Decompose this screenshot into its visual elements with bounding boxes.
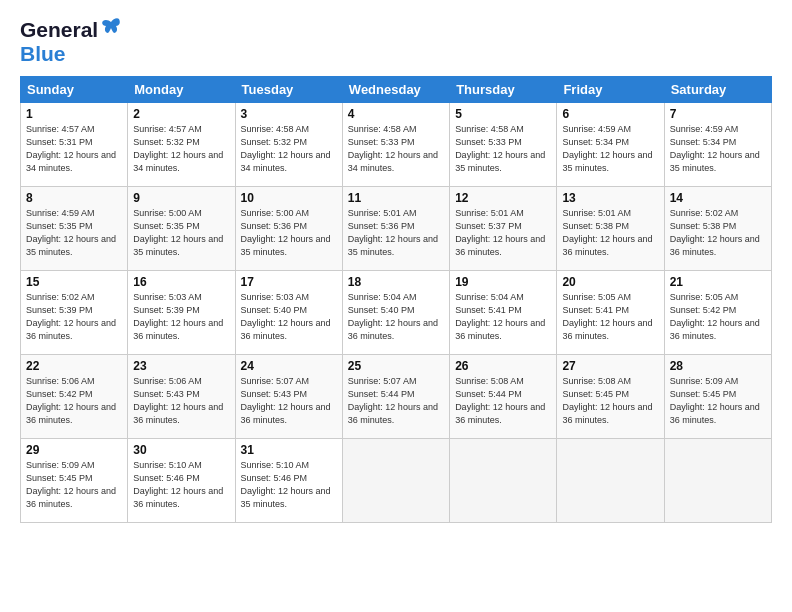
calendar-cell: 19Sunrise: 5:04 AMSunset: 5:41 PMDayligh… — [450, 271, 557, 355]
calendar-cell: 10Sunrise: 5:00 AMSunset: 5:36 PMDayligh… — [235, 187, 342, 271]
day-info: Sunrise: 5:02 AMSunset: 5:39 PMDaylight:… — [26, 291, 122, 343]
calendar-cell: 9Sunrise: 5:00 AMSunset: 5:35 PMDaylight… — [128, 187, 235, 271]
day-info: Sunrise: 5:10 AMSunset: 5:46 PMDaylight:… — [133, 459, 229, 511]
logo-first-line: General — [20, 18, 121, 42]
day-number: 22 — [26, 359, 122, 373]
day-number: 1 — [26, 107, 122, 121]
calendar-cell: 3Sunrise: 4:58 AMSunset: 5:32 PMDaylight… — [235, 103, 342, 187]
col-header-wednesday: Wednesday — [342, 77, 449, 103]
col-header-tuesday: Tuesday — [235, 77, 342, 103]
calendar-row-3: 15Sunrise: 5:02 AMSunset: 5:39 PMDayligh… — [21, 271, 772, 355]
calendar-cell — [450, 439, 557, 523]
day-number: 16 — [133, 275, 229, 289]
calendar-cell: 8Sunrise: 4:59 AMSunset: 5:35 PMDaylight… — [21, 187, 128, 271]
day-number: 28 — [670, 359, 766, 373]
calendar-cell: 14Sunrise: 5:02 AMSunset: 5:38 PMDayligh… — [664, 187, 771, 271]
day-info: Sunrise: 5:01 AMSunset: 5:37 PMDaylight:… — [455, 207, 551, 259]
calendar-cell: 22Sunrise: 5:06 AMSunset: 5:42 PMDayligh… — [21, 355, 128, 439]
logo: General Blue — [20, 18, 121, 66]
day-number: 9 — [133, 191, 229, 205]
day-info: Sunrise: 5:04 AMSunset: 5:40 PMDaylight:… — [348, 291, 444, 343]
calendar-cell — [342, 439, 449, 523]
day-info: Sunrise: 5:01 AMSunset: 5:38 PMDaylight:… — [562, 207, 658, 259]
calendar-cell: 27Sunrise: 5:08 AMSunset: 5:45 PMDayligh… — [557, 355, 664, 439]
day-number: 7 — [670, 107, 766, 121]
day-number: 25 — [348, 359, 444, 373]
day-info: Sunrise: 4:58 AMSunset: 5:33 PMDaylight:… — [348, 123, 444, 175]
day-info: Sunrise: 5:03 AMSunset: 5:39 PMDaylight:… — [133, 291, 229, 343]
calendar-cell: 29Sunrise: 5:09 AMSunset: 5:45 PMDayligh… — [21, 439, 128, 523]
day-info: Sunrise: 5:09 AMSunset: 5:45 PMDaylight:… — [26, 459, 122, 511]
logo-bird-icon — [101, 17, 121, 35]
day-number: 29 — [26, 443, 122, 457]
day-info: Sunrise: 5:00 AMSunset: 5:36 PMDaylight:… — [241, 207, 337, 259]
calendar-cell: 2Sunrise: 4:57 AMSunset: 5:32 PMDaylight… — [128, 103, 235, 187]
col-header-friday: Friday — [557, 77, 664, 103]
day-number: 11 — [348, 191, 444, 205]
calendar-cell: 21Sunrise: 5:05 AMSunset: 5:42 PMDayligh… — [664, 271, 771, 355]
day-number: 30 — [133, 443, 229, 457]
calendar-cell — [664, 439, 771, 523]
day-info: Sunrise: 5:08 AMSunset: 5:45 PMDaylight:… — [562, 375, 658, 427]
calendar-row-4: 22Sunrise: 5:06 AMSunset: 5:42 PMDayligh… — [21, 355, 772, 439]
calendar-cell: 23Sunrise: 5:06 AMSunset: 5:43 PMDayligh… — [128, 355, 235, 439]
day-info: Sunrise: 4:58 AMSunset: 5:33 PMDaylight:… — [455, 123, 551, 175]
header: General Blue — [20, 18, 772, 66]
calendar-cell — [557, 439, 664, 523]
day-info: Sunrise: 5:05 AMSunset: 5:41 PMDaylight:… — [562, 291, 658, 343]
day-info: Sunrise: 5:10 AMSunset: 5:46 PMDaylight:… — [241, 459, 337, 511]
day-number: 27 — [562, 359, 658, 373]
day-info: Sunrise: 4:59 AMSunset: 5:34 PMDaylight:… — [562, 123, 658, 175]
day-number: 21 — [670, 275, 766, 289]
day-info: Sunrise: 5:03 AMSunset: 5:40 PMDaylight:… — [241, 291, 337, 343]
day-number: 2 — [133, 107, 229, 121]
calendar-row-1: 1Sunrise: 4:57 AMSunset: 5:31 PMDaylight… — [21, 103, 772, 187]
calendar-cell: 31Sunrise: 5:10 AMSunset: 5:46 PMDayligh… — [235, 439, 342, 523]
calendar-cell: 17Sunrise: 5:03 AMSunset: 5:40 PMDayligh… — [235, 271, 342, 355]
day-number: 18 — [348, 275, 444, 289]
day-info: Sunrise: 5:05 AMSunset: 5:42 PMDaylight:… — [670, 291, 766, 343]
day-info: Sunrise: 5:06 AMSunset: 5:43 PMDaylight:… — [133, 375, 229, 427]
logo-blue: Blue — [20, 42, 66, 65]
col-header-thursday: Thursday — [450, 77, 557, 103]
calendar-cell: 4Sunrise: 4:58 AMSunset: 5:33 PMDaylight… — [342, 103, 449, 187]
day-number: 6 — [562, 107, 658, 121]
day-number: 17 — [241, 275, 337, 289]
calendar-row-5: 29Sunrise: 5:09 AMSunset: 5:45 PMDayligh… — [21, 439, 772, 523]
day-number: 24 — [241, 359, 337, 373]
day-info: Sunrise: 5:09 AMSunset: 5:45 PMDaylight:… — [670, 375, 766, 427]
day-number: 15 — [26, 275, 122, 289]
day-number: 13 — [562, 191, 658, 205]
day-number: 5 — [455, 107, 551, 121]
calendar-cell: 1Sunrise: 4:57 AMSunset: 5:31 PMDaylight… — [21, 103, 128, 187]
day-info: Sunrise: 4:58 AMSunset: 5:32 PMDaylight:… — [241, 123, 337, 175]
day-number: 10 — [241, 191, 337, 205]
day-number: 26 — [455, 359, 551, 373]
col-header-sunday: Sunday — [21, 77, 128, 103]
day-info: Sunrise: 5:00 AMSunset: 5:35 PMDaylight:… — [133, 207, 229, 259]
col-header-saturday: Saturday — [664, 77, 771, 103]
day-info: Sunrise: 4:57 AMSunset: 5:31 PMDaylight:… — [26, 123, 122, 175]
day-info: Sunrise: 5:04 AMSunset: 5:41 PMDaylight:… — [455, 291, 551, 343]
col-header-monday: Monday — [128, 77, 235, 103]
logo-second-line: Blue — [20, 42, 121, 66]
calendar-cell: 12Sunrise: 5:01 AMSunset: 5:37 PMDayligh… — [450, 187, 557, 271]
day-info: Sunrise: 5:02 AMSunset: 5:38 PMDaylight:… — [670, 207, 766, 259]
page: General Blue SundayMondayTuesdayWednesda… — [0, 0, 792, 612]
calendar-cell: 6Sunrise: 4:59 AMSunset: 5:34 PMDaylight… — [557, 103, 664, 187]
day-number: 4 — [348, 107, 444, 121]
day-number: 3 — [241, 107, 337, 121]
day-number: 12 — [455, 191, 551, 205]
calendar-header-row: SundayMondayTuesdayWednesdayThursdayFrid… — [21, 77, 772, 103]
calendar-cell: 7Sunrise: 4:59 AMSunset: 5:34 PMDaylight… — [664, 103, 771, 187]
calendar-cell: 26Sunrise: 5:08 AMSunset: 5:44 PMDayligh… — [450, 355, 557, 439]
day-number: 20 — [562, 275, 658, 289]
calendar-cell: 18Sunrise: 5:04 AMSunset: 5:40 PMDayligh… — [342, 271, 449, 355]
calendar-cell: 5Sunrise: 4:58 AMSunset: 5:33 PMDaylight… — [450, 103, 557, 187]
logo-general: General — [20, 18, 98, 42]
day-number: 14 — [670, 191, 766, 205]
day-info: Sunrise: 5:01 AMSunset: 5:36 PMDaylight:… — [348, 207, 444, 259]
logo-text-block: General Blue — [20, 18, 121, 66]
day-info: Sunrise: 4:59 AMSunset: 5:34 PMDaylight:… — [670, 123, 766, 175]
day-info: Sunrise: 5:07 AMSunset: 5:43 PMDaylight:… — [241, 375, 337, 427]
